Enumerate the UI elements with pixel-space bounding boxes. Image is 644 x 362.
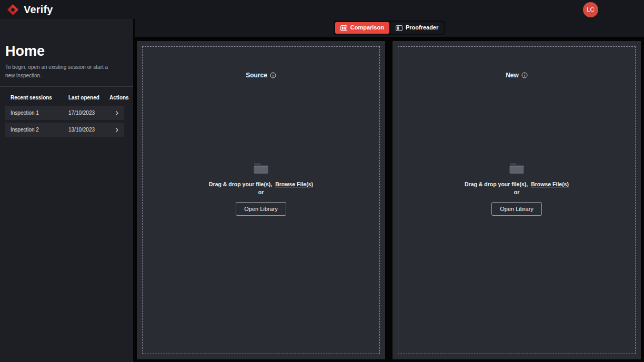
sessions-table-header: Recent sessions Last opened Actions <box>5 92 124 103</box>
sidebar: Home To begin, open an existing session … <box>0 19 133 362</box>
drag-drop-text: Drag & drop your file(s), <box>209 181 272 187</box>
session-name: Inspection 2 <box>11 127 68 133</box>
session-row-inspection-2[interactable]: Inspection 2 13/10/2023 <box>5 123 124 137</box>
verify-diamond-icon <box>6 3 19 16</box>
session-last-opened: 17/10/2023 <box>68 110 109 116</box>
main-area: Comparison Proofreader Source <box>135 19 644 362</box>
new-dropzone[interactable]: Drag & drop your file(s), Browse File(s)… <box>465 161 569 216</box>
open-library-button[interactable]: Open Library <box>236 202 286 216</box>
source-title-label: Source <box>246 72 267 79</box>
folder-icon <box>253 161 269 174</box>
new-panel-title: New <box>506 72 528 79</box>
new-title-label: New <box>506 72 519 79</box>
source-panel-title: Source <box>246 72 276 79</box>
folder-icon <box>509 161 525 174</box>
tab-comparison[interactable]: Comparison <box>335 22 389 33</box>
info-icon[interactable] <box>521 72 528 78</box>
open-library-button[interactable]: Open Library <box>491 202 542 216</box>
tab-comparison-label: Comparison <box>350 24 384 31</box>
session-name: Inspection 1 <box>11 110 68 116</box>
comparison-columns-icon <box>340 25 347 31</box>
chevron-right-icon[interactable] <box>114 127 119 133</box>
session-last-opened: 13/10/2023 <box>68 127 109 133</box>
drag-drop-text: Drag & drop your file(s), <box>465 181 528 187</box>
session-row-inspection-1[interactable]: Inspection 1 17/10/2023 <box>5 106 124 120</box>
col-last-opened: Last opened <box>68 95 109 100</box>
app-logo: Verify <box>6 3 53 16</box>
page-description: To begin, open an existing session or st… <box>5 63 117 79</box>
app-title: Verify <box>24 4 53 16</box>
browse-files-link[interactable]: Browse File(s) <box>275 181 313 187</box>
sidebar-divider <box>0 86 133 87</box>
user-avatar[interactable]: LC <box>583 2 598 17</box>
source-dropzone-panel[interactable]: Source <box>137 41 385 359</box>
top-bar: Verify LC <box>0 0 644 19</box>
or-label: or <box>514 189 520 195</box>
new-dropzone-panel[interactable]: New <box>393 41 641 359</box>
mode-tab-bar: Comparison Proofreader <box>135 19 644 37</box>
col-recent-sessions: Recent sessions <box>11 95 68 100</box>
tab-proofreader[interactable]: Proofreader <box>390 22 444 33</box>
browse-files-link[interactable]: Browse File(s) <box>531 181 569 187</box>
proofreader-panel-icon <box>396 25 402 31</box>
col-actions: Actions <box>109 95 129 100</box>
info-icon[interactable] <box>270 72 276 78</box>
tab-proofreader-label: Proofreader <box>406 24 438 31</box>
mode-tabs: Comparison Proofreader <box>334 21 446 35</box>
page-title: Home <box>5 43 128 59</box>
source-dropzone[interactable]: Drag & drop your file(s), Browse File(s)… <box>209 161 313 216</box>
or-label: or <box>258 189 264 195</box>
chevron-right-icon[interactable] <box>114 110 119 116</box>
